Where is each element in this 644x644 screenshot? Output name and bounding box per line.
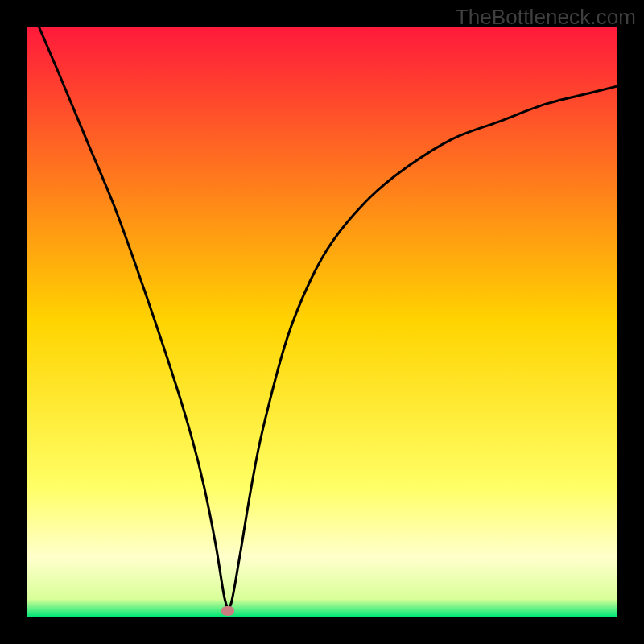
chart-background [27, 27, 617, 617]
chart-frame: TheBottleneck.com [0, 0, 644, 644]
chart-svg [27, 27, 617, 617]
optimum-marker [221, 606, 234, 616]
watermark-text: TheBottleneck.com [456, 5, 636, 30]
plot-area [27, 27, 617, 617]
